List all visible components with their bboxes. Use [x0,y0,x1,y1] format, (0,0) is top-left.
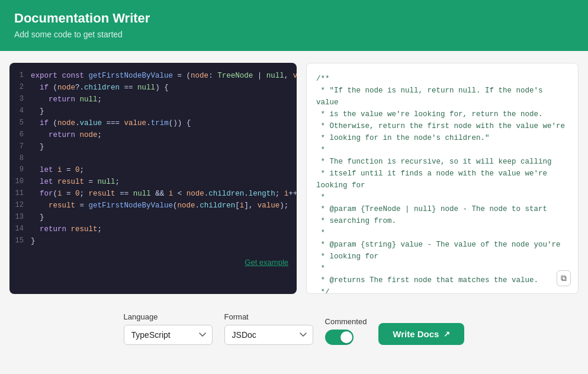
code-line: 10 let result = null; [9,176,297,188]
code-panel: 1export const getFirstNodeByValue = (nod… [9,63,297,294]
line-code: if (node.value === value.trim()) { [31,117,191,129]
line-number: 9 [9,164,31,175]
copy-button[interactable]: ⧉ [557,270,571,286]
commented-toggle[interactable] [325,330,354,345]
code-line: 12 result = getFirstNodeByValue(node.chi… [9,200,297,212]
docs-panel: /** * "If the node is null, return null.… [306,63,579,294]
code-line: 3 return null; [9,94,297,106]
line-number: 3 [9,94,31,105]
code-line: 15} [9,235,297,247]
line-code: let i = 0; [31,164,84,176]
code-line: 1export const getFirstNodeByValue = (nod… [9,70,297,82]
line-number: 10 [9,176,31,187]
line-number: 8 [9,153,31,164]
code-line: 11 for(i = 0; result == null && i < node… [9,188,297,200]
code-line: 2 if (node?.children == null) { [9,82,297,94]
line-code: } [31,106,44,117]
line-number: 7 [9,141,31,152]
line-number: 4 [9,106,31,117]
code-line: 8 [9,153,297,164]
language-select[interactable]: TypeScriptJavaScriptPythonJavaC#Go [124,325,213,345]
language-group: Language TypeScriptJavaScriptPythonJavaC… [124,312,213,345]
line-code: export const getFirstNodeByValue = (node… [31,70,297,82]
format-group: Format JSDocTSDocMarkdownPlain [224,312,313,345]
copy-icon: ⧉ [561,273,567,283]
line-number: 6 [9,129,31,140]
write-docs-label: Write Docs [393,329,439,339]
line-code: if (node?.children == null) { [31,82,169,94]
code-line: 6 return node; [9,129,297,141]
code-line: 9 let i = 0; [9,164,297,176]
external-link-icon: ↗ [444,330,450,338]
main-content: 1export const getFirstNodeByValue = (nod… [0,51,588,303]
line-number: 12 [9,200,31,211]
code-line: 13 } [9,212,297,223]
line-code: let result = null; [31,176,120,188]
line-code: return node; [31,129,102,141]
code-line: 14 return result; [9,223,297,235]
line-code: } [31,141,44,153]
language-label: Language [124,312,213,321]
line-code: for(i = 0; result == null && i < node.ch… [31,188,297,200]
line-number: 2 [9,82,31,93]
line-number: 5 [9,117,31,129]
toolbar: Language TypeScriptJavaScriptPythonJavaC… [0,303,588,357]
line-code: } [31,235,36,247]
line-code: return null; [31,94,102,106]
line-number: 1 [9,70,31,81]
app-subtitle: Add some code to get started [14,30,574,39]
header: Documentation Writer Add some code to ge… [0,0,588,51]
get-example-link[interactable]: Get example [9,254,297,273]
format-label: Format [224,312,313,321]
commented-label: Commented [325,317,367,326]
line-number: 15 [9,235,31,247]
write-docs-group: placeholder Write Docs ↗ [378,311,464,345]
line-number: 13 [9,212,31,223]
line-code: result = getFirstNodeByValue(node.childr… [31,200,288,212]
commented-toggle-container [325,330,367,345]
toggle-slider [325,330,354,345]
line-code: } [31,212,44,223]
app-title: Documentation Writer [14,11,574,26]
code-editor[interactable]: 1export const getFirstNodeByValue = (nod… [9,63,297,254]
line-number: 14 [9,223,31,235]
code-line: 5 if (node.value === value.trim()) { [9,117,297,129]
line-number: 11 [9,188,31,199]
code-line: 7 } [9,141,297,153]
format-select[interactable]: JSDocTSDocMarkdownPlain [224,325,313,345]
line-code: return result; [31,223,102,235]
docs-content: /** * "If the node is null, return null.… [316,73,568,294]
write-docs-button[interactable]: Write Docs ↗ [378,323,464,345]
code-line: 4 } [9,106,297,117]
commented-group: Commented [325,317,367,345]
